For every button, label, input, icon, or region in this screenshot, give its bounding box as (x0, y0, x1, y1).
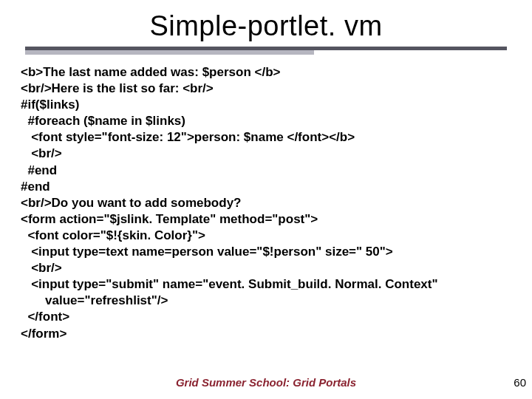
title-underline (25, 47, 507, 57)
rule-light (25, 50, 314, 55)
code-block: <b>The last name added was: $person </b>… (0, 64, 532, 342)
slide-title: Simple-portlet. vm (0, 0, 532, 47)
slide-footer: Grid Summer School: Grid Portals (0, 376, 532, 389)
page-number: 60 (514, 376, 526, 389)
slide: Simple-portlet. vm <b>The last name adde… (0, 0, 532, 399)
